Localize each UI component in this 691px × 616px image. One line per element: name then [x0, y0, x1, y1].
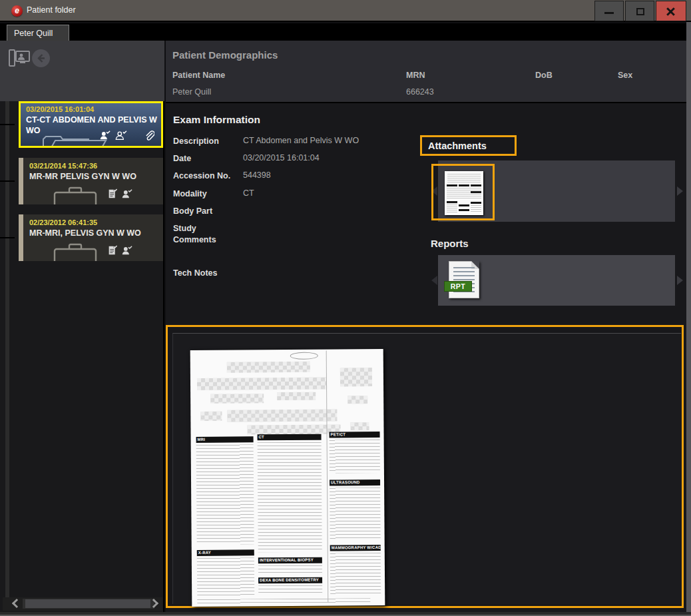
window-title: Patient folder [27, 5, 76, 15]
form-section-ultrasound: ULTRASOUND [330, 479, 380, 486]
maximize-button[interactable] [625, 1, 654, 21]
study-title: MR-MR PELVIS GYN W WO [29, 171, 160, 182]
modality-value: CT [243, 188, 254, 198]
accession-label: Accession No. [173, 170, 241, 182]
patient-name-value: Peter Quill [172, 87, 211, 97]
window-bottom-edge [0, 612, 691, 616]
exam-information-title: Exam Information [173, 114, 260, 126]
briefcase-icon [53, 242, 99, 261]
study-card-mr-pelvis-2014[interactable]: 03/21/2014 15:47:36 MR-MR PELVIS GYN W W… [19, 158, 163, 204]
pen-mark [290, 352, 318, 360]
patient-folder-window: e Patient folder Peter Quill [0, 0, 691, 616]
tab-bar: Peter Quill [0, 23, 691, 41]
study-date: 03/21/2014 15:47:36 [29, 162, 97, 170]
date-label: Date [173, 153, 241, 164]
reports-scroll-left-icon[interactable] [431, 276, 437, 285]
minimize-button[interactable] [594, 1, 624, 21]
document-check-icon [108, 245, 117, 256]
scanned-order-form: MRI CT PET/CT ULTRASOUND X-RAY INTERVENT… [190, 349, 385, 607]
study-card-mri-pelvis-2012[interactable]: 02/23/2012 06:41:35 MR-MRI, PELVIS GYN W… [19, 214, 163, 261]
form-section-ct: CT [258, 434, 322, 441]
form-section-dexa: DEXA BONE DENSITOMETRY [258, 577, 322, 584]
titlebar[interactable]: e Patient folder [0, 0, 691, 22]
report-document-icon[interactable]: RPT [449, 261, 479, 298]
attachment-preview-panel: MRI CT PET/CT ULTRASOUND X-RAY INTERVENT… [172, 333, 681, 604]
study-date: 02/23/2012 06:41:35 [29, 218, 97, 226]
study-list-panel: 03/20/2015 16:01:04 CT-CT ABDOMEN AND PE… [0, 41, 164, 612]
patient-demographics-section: Patient Demographics Patient Name MRN Do… [166, 41, 686, 103]
study-timeline [5, 101, 9, 597]
back-arrow-icon [35, 53, 47, 64]
study-list-scrollbar[interactable] [3, 597, 162, 611]
form-section-petct: PET/CT [330, 432, 380, 438]
attachments-title: Attachments [428, 141, 487, 151]
rpt-badge: RPT [444, 281, 472, 292]
form-footnote [197, 598, 370, 604]
description-label: Description [173, 136, 241, 147]
attachments-highlight-box: Attachments [420, 135, 517, 156]
study-card-ct-abdomen[interactable]: 03/20/2015 16:01:04 CT-CT ABDOMEN AND PE… [19, 101, 163, 148]
attachments-scroll-right-icon[interactable] [677, 186, 683, 196]
document-check-icon [108, 188, 117, 199]
reports-scroll-right-icon[interactable] [677, 276, 683, 285]
person-check-icon [121, 188, 132, 199]
page-fold-line [326, 351, 329, 603]
scroll-left-icon[interactable] [12, 599, 21, 608]
person-check-outline-icon [115, 130, 127, 141]
attachment-highlight-box [431, 164, 495, 220]
left-toolbar [0, 41, 164, 101]
study-title: MR-MRI, PELVIS GYN W WO [29, 228, 160, 238]
card-stripe [19, 158, 23, 204]
reports-title: Reports [431, 238, 469, 249]
app-logo-icon: e [11, 5, 23, 17]
form-section-xray: X-RAY [197, 549, 254, 556]
scrollbar-track[interactable] [23, 599, 154, 609]
timeline-tick [0, 180, 15, 182]
back-button[interactable] [32, 49, 50, 67]
study-comments-label: Study Comments [173, 223, 241, 246]
exam-detail-panel: Patient Demographics Patient Name MRN Do… [166, 41, 686, 612]
modality-label: Modality [173, 188, 241, 200]
briefcase-icon [53, 186, 99, 204]
card-stripe [19, 214, 23, 261]
tab-label: Peter Quill [14, 29, 53, 38]
minimize-icon [604, 12, 614, 14]
mrn-value: 666243 [406, 87, 434, 97]
patient-folder-icon[interactable] [9, 49, 30, 67]
paperclip-icon [144, 130, 154, 141]
tab-peter-quill[interactable]: Peter Quill [7, 25, 69, 41]
timeline-tick [0, 124, 15, 125]
maximize-icon [636, 8, 644, 15]
mrn-label: MRN [406, 71, 425, 80]
tech-notes-label: Tech Notes [173, 268, 241, 279]
person-check-icon [121, 245, 132, 256]
description-value: CT Abdomen and Pelvis W WO [243, 136, 359, 145]
dob-label: DoB [535, 71, 553, 80]
attachment-thumbnail[interactable] [445, 171, 483, 215]
sex-label: Sex [618, 71, 632, 80]
date-value: 03/20/2015 16:01:04 [243, 153, 320, 162]
demographics-title: Patient Demographics [172, 49, 278, 61]
form-section-interventional-biopsy: INTERVENTIONAL BIOPSY [258, 557, 322, 564]
scrollbar-thumb[interactable] [25, 599, 150, 608]
study-date: 03/20/2015 16:01:04 [26, 105, 94, 113]
accession-value: 544398 [243, 170, 271, 180]
patient-name-label: Patient Name [172, 71, 225, 80]
window-right-edge [686, 22, 691, 616]
reports-strip: RPT [438, 255, 675, 306]
person-check-icon [99, 130, 111, 141]
timeline-tick [0, 237, 15, 238]
form-section-mammography: MAMMOGRAPHY W/CAD [330, 545, 381, 551]
close-button[interactable] [656, 1, 686, 21]
body-part-label: Body Part [173, 206, 241, 217]
preview-highlight-box: MRI CT PET/CT ULTRASOUND X-RAY INTERVENT… [166, 325, 684, 608]
form-section-mri: MRI [196, 436, 254, 443]
